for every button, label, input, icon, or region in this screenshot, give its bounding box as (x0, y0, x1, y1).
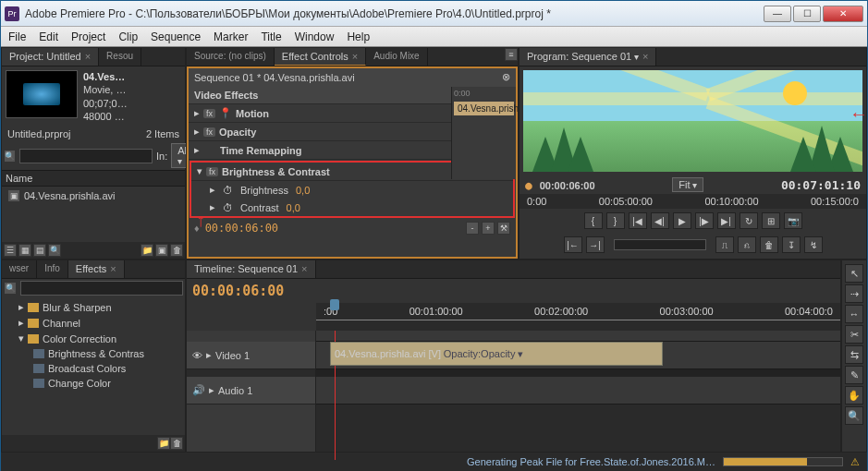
lift-button[interactable]: ⎍ (715, 236, 734, 253)
speaker-icon[interactable]: 🔊 (192, 384, 205, 396)
find-icon[interactable]: 🔍 (48, 244, 61, 257)
razor-tool[interactable]: ✂ (845, 325, 863, 344)
zoom-in-icon[interactable]: + (482, 222, 495, 235)
trash-button[interactable]: 🗑 (760, 236, 778, 253)
bin-item[interactable]: ▣ 04.Vesna.prishla.avi (2, 187, 185, 205)
zoom-tool[interactable]: 🔍 (845, 406, 863, 425)
tab-effects[interactable]: Effects× (68, 260, 125, 278)
tab-source[interactable]: Source: (no clips) (187, 48, 275, 66)
timeline-clip-video[interactable]: 04.Vesna.prishla.avi [V] Opacity:Opacity… (330, 342, 663, 366)
stopwatch-icon[interactable]: ⏱ (223, 185, 233, 196)
set-in-button[interactable]: { (584, 212, 603, 229)
delete-icon[interactable]: 🗑 (170, 437, 183, 450)
step-fwd-button[interactable]: |▶ (695, 212, 714, 229)
tab-program[interactable]: Program: Sequence 01 ▾× (520, 48, 656, 66)
selection-tool[interactable]: ↖ (845, 264, 863, 283)
menu-marker[interactable]: Marker (214, 30, 248, 43)
tab-resource[interactable]: Resou (99, 48, 141, 66)
fx-folder-color[interactable]: ▾ Color Correction (4, 331, 183, 346)
warning-icon[interactable]: ⚠ (850, 456, 860, 468)
menu-help[interactable]: Help (347, 30, 370, 43)
menu-sequence[interactable]: Sequence (151, 30, 201, 43)
new-item-icon[interactable]: ▣ (155, 244, 168, 257)
hand-tool[interactable]: ✋ (845, 386, 863, 405)
param-brightness[interactable]: ▸⏱ Brightness 0,0 (191, 181, 513, 199)
program-current-tc[interactable]: 00:00:06:00 (540, 180, 595, 191)
jog-slider[interactable] (614, 239, 706, 250)
tab-effect-controls[interactable]: Effect Controls× (275, 48, 366, 66)
overwrite-button[interactable]: ↯ (804, 236, 823, 253)
play-button[interactable]: ▶ (673, 212, 691, 229)
search-input[interactable] (19, 149, 153, 163)
search-icon[interactable]: 🔍 (4, 282, 17, 295)
wrench-icon[interactable]: ⚒ (497, 222, 510, 235)
goto-out-button[interactable]: ▶| (717, 212, 736, 229)
ec-timecode[interactable]: 00:00:06:00 (205, 222, 278, 235)
fx-folder-blur[interactable]: ▸ Blur & Sharpen (4, 299, 183, 315)
minimize-button[interactable]: — (764, 6, 791, 22)
panel-menu-icon[interactable]: ≡ (505, 48, 518, 61)
tab-audio-mixer[interactable]: Audio Mixe (366, 48, 427, 66)
menu-window[interactable]: Window (295, 30, 335, 43)
column-name[interactable]: Name (2, 170, 185, 187)
menu-file[interactable]: File (8, 30, 26, 43)
fx-folder-channel[interactable]: ▸ Channel (4, 315, 183, 331)
export-frame-button[interactable]: 📷 (784, 212, 802, 229)
goto-in-button[interactable]: |◀ (629, 212, 647, 229)
zoom-fit-select[interactable]: Fit ▾ (672, 177, 703, 192)
icon-view-icon[interactable]: ▦ (18, 244, 31, 257)
new-bin-icon[interactable]: 📁 (157, 437, 170, 450)
maximize-button[interactable]: ☐ (793, 6, 821, 22)
playhead-icon[interactable] (330, 299, 339, 310)
next-edit-button[interactable]: →| (586, 236, 605, 253)
fx-change-color[interactable]: Change Color (4, 376, 183, 391)
program-monitor[interactable] (523, 70, 862, 172)
pin-icon[interactable]: 📍 (219, 107, 232, 119)
fx-broadcast-colors[interactable]: Broadcast Colors (4, 361, 183, 376)
menu-title[interactable]: Title (261, 30, 281, 43)
titlebar: Pr Adobe Premiere Pro - C:\Пользователи\… (1, 1, 867, 27)
slip-tool[interactable]: ⇆ (845, 345, 863, 364)
brightness-value[interactable]: 0,0 (296, 185, 310, 196)
program-time-ruler[interactable]: 0:0000:05:00:00 00:10:00:0000:15:00:0 (520, 194, 866, 209)
eye-icon[interactable]: 👁 (192, 350, 202, 361)
safe-margins-button[interactable]: ⊞ (762, 212, 780, 229)
effects-browser-panel: wser Info Effects× 🔍 ▸ Blur & Sharpen ▸ … (1, 260, 186, 453)
list-view-icon[interactable]: ☰ (4, 244, 17, 257)
ripple-tool[interactable]: ↔ (845, 305, 863, 323)
menu-edit[interactable]: Edit (39, 30, 58, 43)
mini-ruler-tick: 0:00 (452, 87, 516, 100)
tab-timeline[interactable]: Timeline: Sequence 01× (187, 260, 316, 278)
stopwatch-icon[interactable]: ⏱ (223, 202, 233, 213)
step-back-button[interactable]: ◀| (651, 212, 669, 229)
program-duration: 00:07:01:10 (781, 178, 861, 192)
timeline-timecode[interactable]: 00:00:06:00 (192, 283, 284, 299)
search-icon[interactable]: 🔍 (4, 150, 16, 163)
contrast-value[interactable]: 0,0 (287, 202, 300, 213)
pen-tool[interactable]: ✎ (845, 366, 863, 384)
automate-icon[interactable]: ▤ (33, 244, 46, 257)
chevron-icon[interactable]: ⊗ (502, 71, 510, 83)
prev-edit-button[interactable]: |← (564, 236, 582, 253)
loop-button[interactable]: ↻ (740, 212, 758, 229)
zoom-out-icon[interactable]: - (466, 222, 479, 235)
effects-search-input[interactable] (20, 281, 183, 296)
fx-brightness-contrast[interactable]: Brightness & Contras (4, 346, 183, 361)
set-out-button[interactable]: } (606, 212, 625, 229)
tab-info[interactable]: Info (37, 260, 68, 278)
tab-browser[interactable]: wser (2, 260, 37, 278)
delete-icon[interactable]: 🗑 (170, 244, 183, 257)
tab-project[interactable]: Project: Untitled× (2, 48, 99, 66)
annotation-arrow: ← (850, 103, 868, 125)
menu-clip[interactable]: Clip (118, 30, 138, 43)
track-select-tool[interactable]: ⇢ (845, 284, 863, 303)
track-video-1[interactable]: 👁▸ Video 1 (187, 342, 315, 369)
new-bin-icon[interactable]: 📁 (141, 244, 153, 257)
track-audio-1[interactable]: 🔊▸ Audio 1 (187, 377, 315, 405)
menu-project[interactable]: Project (71, 30, 105, 43)
timeline-ruler[interactable]: :0000:01:00:00 00:02:00:0000:03:00:00 00… (316, 303, 840, 320)
param-contrast[interactable]: ▸⏱ Contrast 0,0 (191, 199, 513, 216)
close-button[interactable]: ✕ (823, 6, 863, 22)
insert-button[interactable]: ↧ (782, 236, 801, 253)
extract-button[interactable]: ⎌ (738, 236, 756, 253)
